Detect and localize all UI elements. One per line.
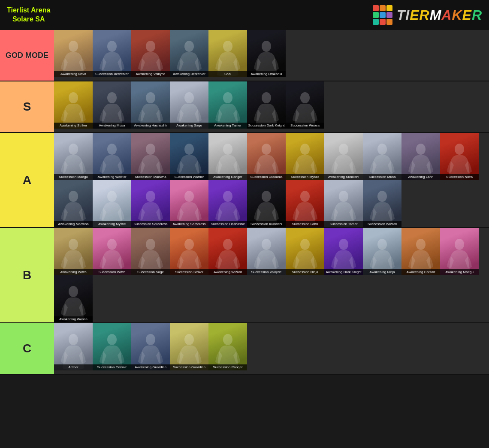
char-figure — [363, 133, 401, 180]
svg-point-39 — [300, 239, 310, 250]
char-figure — [54, 323, 93, 370]
svg-point-45 — [69, 334, 78, 345]
char-card[interactable]: Awakening Musa — [93, 81, 131, 129]
figure-overlay — [363, 133, 401, 180]
char-card[interactable]: Succession Sage — [131, 228, 170, 275]
char-card[interactable]: Awakening Witch — [54, 228, 93, 275]
char-figure — [286, 228, 324, 275]
header: Tierlist Arena Solare SA TiERmaker — [0, 0, 489, 30]
char-card[interactable]: Succession Mystic — [286, 133, 324, 180]
char-card[interactable]: Awakening Wizard — [208, 228, 247, 275]
char-name: Succession Mystic — [286, 174, 324, 180]
char-card[interactable]: Awakening Lahn — [401, 133, 440, 180]
char-name: Succession Warrior — [170, 174, 208, 180]
char-card[interactable]: Awakening Ranger — [208, 133, 247, 180]
figure-overlay — [170, 30, 208, 77]
figure-overlay — [208, 30, 247, 77]
svg-point-31 — [339, 191, 348, 202]
char-card[interactable]: Awakening Sorceress — [170, 180, 208, 227]
char-name: Succession Valkyrie — [247, 269, 286, 275]
char-card[interactable]: Succession Valkyrie — [247, 228, 286, 275]
figure-overlay — [247, 30, 286, 77]
char-card[interactable]: Awakening Kunoichi — [324, 133, 363, 180]
char-card[interactable]: Succession Sorceress — [131, 180, 170, 227]
char-figure — [401, 133, 440, 180]
figure-overlay — [54, 81, 93, 129]
svg-point-19 — [300, 144, 310, 155]
char-card[interactable]: Awakening Ninja — [363, 228, 401, 275]
tier-container: GOD MODE Awakening Nova Succession Berze… — [0, 30, 489, 375]
char-card[interactable]: Awakening Hashashir — [131, 81, 170, 129]
char-name: Awakening Kunoichi — [324, 174, 363, 180]
char-card[interactable]: Awakening Warrior — [93, 133, 131, 180]
char-figure — [54, 275, 93, 322]
char-card[interactable]: Awakening Maegu — [440, 228, 479, 275]
char-card[interactable]: Awakening Striker — [54, 81, 93, 129]
char-name: Awakening Lahn — [401, 174, 440, 180]
char-figure — [170, 81, 208, 129]
figure-overlay — [208, 180, 247, 227]
char-card[interactable]: Awakening Tamer — [208, 81, 247, 129]
char-card[interactable]: Awakening Guardian — [131, 323, 170, 370]
char-card[interactable]: Succession Striker — [170, 228, 208, 275]
char-card[interactable]: Succession Ranger — [208, 323, 247, 370]
char-card[interactable]: Succession Musa — [363, 133, 401, 180]
char-card[interactable]: Succession Lahn — [286, 180, 324, 227]
char-card[interactable]: Archer — [54, 323, 93, 370]
char-card[interactable]: Awakening Corsair — [401, 228, 440, 275]
char-figure — [93, 133, 131, 180]
char-card[interactable]: Succession Maegu — [54, 133, 93, 180]
char-name: Archer — [54, 364, 93, 370]
figure-overlay — [93, 228, 131, 275]
char-name: Succession Musa — [363, 174, 401, 180]
char-card[interactable]: Succession Wizard — [363, 180, 401, 227]
char-figure — [93, 30, 131, 77]
svg-point-1 — [107, 41, 117, 52]
char-card[interactable]: Succession Drakania — [247, 133, 286, 180]
char-figure — [324, 180, 363, 227]
char-card[interactable]: Awakening Mystic — [93, 180, 131, 227]
char-card[interactable]: Awakening Valkyrie — [131, 30, 170, 77]
char-card[interactable]: Awakening Dark Knight — [324, 228, 363, 275]
figure-overlay — [93, 323, 131, 370]
svg-point-17 — [223, 144, 232, 155]
char-card[interactable]: Succession Corsair — [93, 323, 131, 370]
char-card[interactable]: Succession Woosa — [286, 81, 324, 129]
char-card[interactable]: Succession Dark Knight — [247, 81, 286, 129]
svg-point-22 — [416, 144, 426, 155]
char-card[interactable]: Succession Maewha — [131, 133, 170, 180]
char-card[interactable]: Succession Guardian — [170, 323, 208, 370]
char-card[interactable]: Awakening Nova — [54, 30, 93, 77]
char-card[interactable]: Succession Hashashir — [208, 180, 247, 227]
char-name: Awakening Woosa — [54, 316, 93, 322]
char-card[interactable]: Succession Tamer — [324, 180, 363, 227]
char-card[interactable]: Succession Warrior — [170, 133, 208, 180]
char-card[interactable]: Succession Berzerker — [93, 30, 131, 77]
char-card[interactable]: Awakening Berzerker — [170, 30, 208, 77]
char-card[interactable]: Awakening Woosa — [54, 275, 93, 322]
logo-cell-4 — [380, 12, 386, 18]
tier-label-c-tier: C — [0, 323, 54, 374]
char-card[interactable]: Awakening Sage — [170, 81, 208, 129]
figure-overlay — [286, 133, 324, 180]
char-figure — [93, 228, 131, 275]
tier-row-a-tier: A Succession Maegu Awakening Warrior Suc… — [0, 133, 489, 228]
char-card[interactable]: Awakening Drakania — [247, 30, 286, 77]
char-card[interactable]: Shai — [208, 30, 247, 77]
char-card[interactable]: Succession Kunoichi — [247, 180, 286, 227]
char-figure — [208, 133, 247, 180]
char-name: Awakening Musa — [93, 123, 131, 129]
figure-overlay — [208, 323, 247, 370]
char-figure — [208, 81, 247, 129]
char-card[interactable]: Awakening Maewha — [54, 180, 93, 227]
char-figure — [208, 180, 247, 227]
char-name: Succession Nova — [440, 174, 479, 180]
char-card[interactable]: Succession Ninja — [286, 228, 324, 275]
char-card[interactable]: Succession Nova — [440, 133, 479, 180]
logo-cell-0 — [373, 5, 379, 11]
char-figure — [54, 81, 93, 129]
char-card[interactable]: Succession Witch — [93, 228, 131, 275]
tier-content-god-mode: Awakening Nova Succession Berzerker Awak… — [54, 30, 489, 81]
tier-row-s-tier: S Awakening Striker Awakening Musa Awake… — [0, 81, 489, 133]
svg-point-44 — [69, 286, 78, 297]
